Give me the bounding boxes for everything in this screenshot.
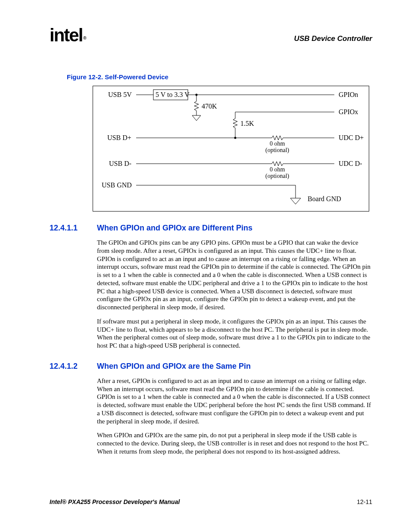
page-footer: Intel® PXA255 Processor Developer's Manu… xyxy=(50,498,372,505)
logo-reg: ® xyxy=(83,36,85,40)
label-board-gnd: Board GND xyxy=(308,195,341,203)
section-title-1: When GPIOn and GPIOx are Different Pins xyxy=(97,224,252,233)
label-0ohm-dminus: 0 ohm xyxy=(270,166,285,173)
label-usb-dplus: USB D+ xyxy=(107,134,131,142)
label-0ohm-dplus: 0 ohm xyxy=(270,140,285,147)
label-1-5k: 1.5K xyxy=(240,120,254,128)
label-udc-dminus: UDC D- xyxy=(339,160,362,168)
section-heading-1: 12.4.1.1 When GPIOn and GPIOx are Differ… xyxy=(50,224,372,233)
label-usb-gnd: USB GND xyxy=(102,181,132,189)
label-gpiox: GPIOx xyxy=(339,108,358,116)
section-2-para-2: When GPIOn and GPIOx are the same pin, d… xyxy=(97,431,372,455)
footer-page-number: 12-11 xyxy=(357,498,372,505)
page-chapter-title: USB Device Controller xyxy=(294,34,372,43)
label-470k: 470K xyxy=(202,103,217,110)
section-number-2: 12.4.1.2 xyxy=(50,362,97,371)
logo-text: intel xyxy=(50,25,82,45)
section-1-para-2: If software must put a peripheral in sle… xyxy=(97,317,372,350)
label-usb-5v: USB 5V xyxy=(108,91,132,99)
footer-manual-title: Intel® PXA255 Processor Developer's Manu… xyxy=(50,498,180,505)
label-optional-dminus: (optional) xyxy=(265,173,289,180)
section-2-para-1: After a reset, GPIOn is configured to ac… xyxy=(97,377,372,426)
intel-logo: intel® xyxy=(50,25,85,46)
figure-diagram: USB 5V USB D+ USB D- USB GND GPIOn GPIOx… xyxy=(93,86,369,212)
label-regulator: 5 V to 3.3 V xyxy=(156,91,190,99)
section-heading-2: 12.4.1.2 When GPIOn and GPIOx are the Sa… xyxy=(50,362,372,371)
figure-caption: Figure 12-2. Self-Powered Device xyxy=(67,73,372,81)
section-number-1: 12.4.1.1 xyxy=(50,224,97,233)
section-title-2: When GPIOn and GPIOx are the Same Pin xyxy=(97,362,251,371)
label-optional-dplus: (optional) xyxy=(265,147,289,154)
label-udc-dplus: UDC D+ xyxy=(339,134,364,142)
label-usb-dminus: USB D- xyxy=(109,160,131,168)
label-gpion: GPIOn xyxy=(339,91,358,99)
section-1-para-1: The GPIOn and GPIOx pins can be any GPIO… xyxy=(97,239,372,311)
